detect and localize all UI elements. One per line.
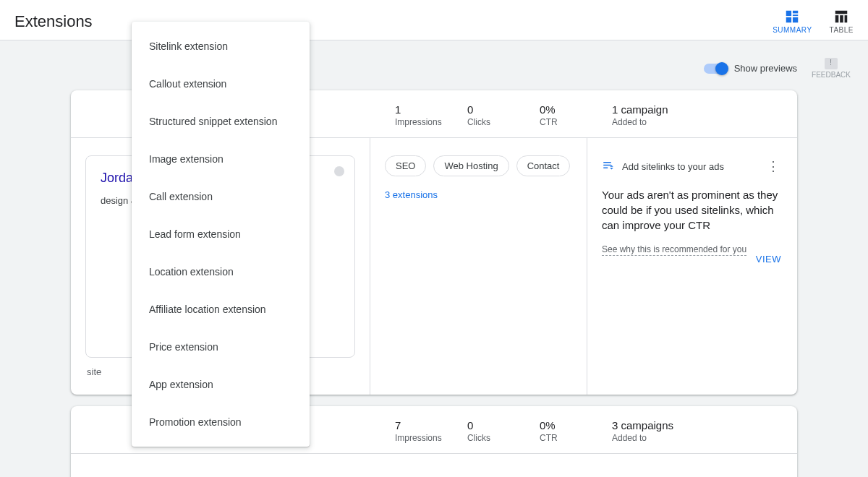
stat-label: CTR — [540, 433, 612, 443]
svg-rect-10 — [603, 165, 611, 166]
feedback-button[interactable]: FEEDBACK — [812, 58, 851, 79]
svg-rect-4 — [793, 17, 798, 22]
menu-item-call[interactable]: Call extension — [132, 178, 310, 215]
svg-rect-11 — [603, 168, 608, 169]
stat-label: Added to — [612, 117, 742, 127]
stat-value: 3 campaigns — [612, 419, 742, 431]
menu-item-structured-snippet[interactable]: Structured snippet extension — [132, 103, 310, 140]
stat-label: Impressions — [395, 117, 467, 127]
menu-item-callout[interactable]: Callout extension — [132, 65, 310, 103]
svg-rect-0 — [786, 11, 791, 16]
chip-seo[interactable]: SEO — [385, 155, 426, 176]
stat-added: 1 campaign Added to — [612, 103, 742, 127]
recommendation-column: Add sitelinks to your ads ⋮ Your ads are… — [587, 138, 797, 395]
stat-value: 0 — [467, 419, 540, 431]
stat-value: 0% — [540, 419, 612, 431]
svg-rect-5 — [835, 11, 848, 14]
svg-rect-9 — [603, 162, 611, 163]
menu-item-app[interactable]: App extension — [132, 366, 310, 403]
tab-summary[interactable]: SUMMARY — [773, 9, 812, 34]
menu-item-affiliate-location[interactable]: Affiliate location extension — [132, 291, 310, 328]
menu-item-image[interactable]: Image extension — [132, 140, 310, 178]
stat-added: 3 campaigns Added to — [612, 419, 742, 443]
menu-item-promotion[interactable]: Promotion extension — [132, 403, 310, 441]
chips-column: SEO Web Hosting Contact 3 extensions — [370, 138, 587, 395]
stat-ctr: 0% CTR — [540, 103, 612, 127]
recommendation-body: Your ads aren't as prominent as they cou… — [602, 187, 783, 233]
stat-clicks: 0 Clicks — [467, 103, 540, 127]
stat-value: 0% — [540, 103, 612, 116]
stat-label: Clicks — [467, 433, 540, 443]
previews-toggle[interactable] — [704, 64, 727, 74]
svg-rect-6 — [835, 15, 839, 22]
stat-label: Added to — [612, 433, 742, 443]
table-icon — [833, 9, 849, 25]
tab-summary-label: SUMMARY — [773, 26, 812, 34]
menu-item-location[interactable]: Location extension — [132, 253, 310, 291]
svg-rect-8 — [845, 15, 848, 22]
stat-label: Impressions — [395, 433, 467, 443]
menu-item-lead-form[interactable]: Lead form extension — [132, 215, 310, 253]
chip-web-hosting[interactable]: Web Hosting — [433, 155, 509, 176]
feedback-icon — [825, 58, 838, 69]
svg-rect-2 — [793, 14, 798, 16]
tab-table-label: TABLE — [830, 26, 854, 34]
info-icon[interactable] — [334, 166, 344, 176]
svg-rect-1 — [793, 11, 798, 14]
view-tabs: SUMMARY TABLE — [773, 9, 854, 34]
stat-value: 0 — [467, 103, 540, 116]
stat-value: 1 — [395, 103, 467, 116]
stat-value: 7 — [395, 419, 467, 431]
chip-contact[interactable]: Contact — [516, 155, 571, 176]
tab-table[interactable]: TABLE — [830, 9, 854, 34]
view-button[interactable]: VIEW — [756, 254, 781, 265]
stat-label: Clicks — [467, 117, 540, 127]
previews-toggle-label: Show previews — [734, 63, 797, 74]
summary-icon — [784, 9, 800, 25]
stat-impressions: 7 Impressions — [395, 419, 467, 443]
page-title: Extensions — [14, 12, 93, 31]
svg-rect-7 — [840, 15, 843, 22]
extensions-count-link[interactable]: 3 extensions — [385, 189, 572, 200]
more-icon[interactable]: ⋮ — [764, 155, 783, 177]
stat-label: CTR — [540, 117, 612, 127]
recommendation-why-link[interactable]: See why this is recommended for you — [602, 244, 746, 256]
extension-type-menu: Sitelink extension Callout extension Str… — [132, 22, 310, 447]
recommendation-title: Add sitelinks to your ads — [622, 161, 724, 172]
stat-value: 1 campaign — [612, 103, 742, 116]
feedback-label: FEEDBACK — [812, 71, 851, 79]
menu-item-price[interactable]: Price extension — [132, 328, 310, 366]
stat-impressions: 1 Impressions — [395, 103, 467, 127]
stat-clicks: 0 Clicks — [467, 419, 540, 443]
sitelink-icon — [602, 160, 615, 173]
stat-ctr: 0% CTR — [540, 419, 612, 443]
svg-rect-3 — [786, 17, 791, 22]
menu-item-sitelink[interactable]: Sitelink extension — [132, 27, 310, 65]
